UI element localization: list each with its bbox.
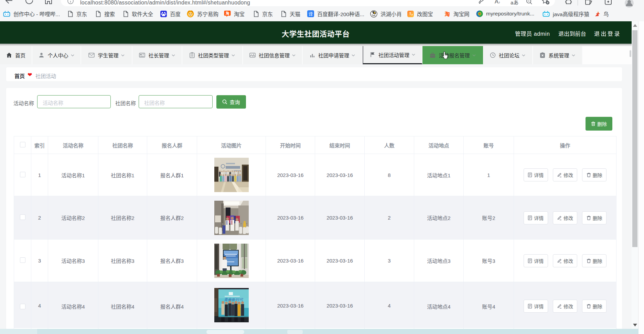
svg-text:青春新时代: 青春新时代 (224, 298, 244, 302)
svg-text:译: 译 (308, 11, 313, 16)
svg-text:淘: 淘 (226, 11, 229, 15)
svg-text:淘: 淘 (444, 11, 450, 17)
